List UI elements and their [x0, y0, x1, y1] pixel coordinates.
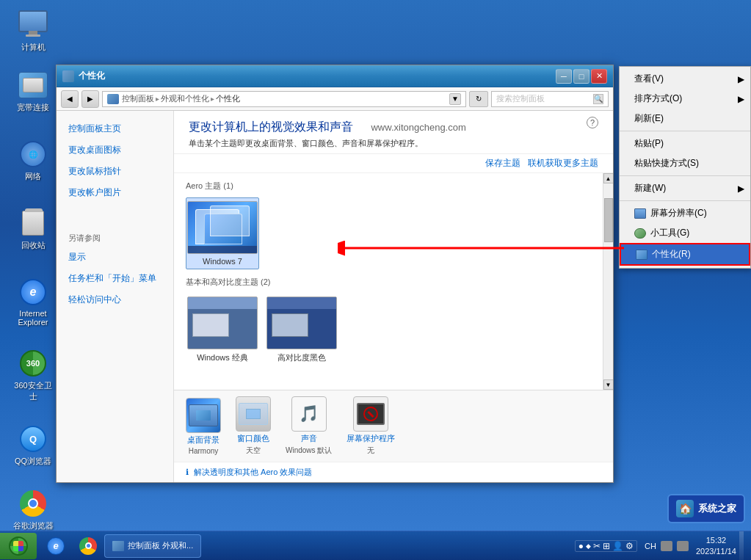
bottom-item-background[interactable]: 桌面背景 Harmony — [186, 398, 221, 455]
theme-item-basic2[interactable]: 高对比度黑色 — [265, 294, 338, 366]
address-field[interactable]: 控制面板 ▸ 外观和个性化 ▸ 个性化 ▼ — [102, 91, 466, 107]
desktop-background-icon — [186, 398, 221, 433]
vertical-scrollbar[interactable]: ▲ ▼ — [603, 173, 613, 390]
breadcrumb-home: 控制面板 — [122, 93, 154, 104]
ctx-item-sort[interactable]: 排序方式(O) ▶ — [620, 89, 750, 109]
desktop-icon-label-computer: 计算机 — [21, 42, 46, 53]
get-more-themes-link[interactable]: 联机获取更多主题 — [528, 157, 598, 170]
main-title: 更改计算机上的视觉效果和声音 www.xitongcheng.com — [189, 120, 466, 135]
windows-logo-inner — [13, 541, 23, 551]
basic-section-label: 基本和高对比度主题 (2) — [186, 277, 591, 288]
desktop-icon-computer[interactable]: 计算机 — [7, 7, 59, 56]
branding-badge: 🏠 系统之家 — [667, 494, 745, 523]
save-theme-link[interactable]: 保存主题 — [485, 157, 520, 170]
address-dropdown-button[interactable]: ▼ — [449, 93, 461, 105]
system-tray: ● ◆ ✂ ⊞ 👤 ⚙ CH 15:32 2023/11/14 — [567, 531, 751, 560]
minimize-button[interactable]: ─ — [556, 69, 572, 84]
sidebar-item-mouse-pointer[interactable]: 更改鼠标指针 — [57, 161, 173, 182]
personalize-icon — [636, 250, 647, 260]
taskbar-chrome-inner — [85, 542, 92, 549]
show-desktop-button[interactable] — [739, 531, 744, 560]
desktop-icon-label-360: 360安全卫士 — [10, 380, 56, 402]
back-button[interactable]: ◀ — [61, 90, 79, 108]
sidebar-item-ease-access[interactable]: 轻松访问中心 — [57, 289, 173, 310]
clock-time: 15:32 — [696, 535, 736, 545]
window-icon — [62, 70, 74, 82]
tray-icon-2: ✂ — [593, 541, 601, 551]
tray-icon-1: ● — [578, 541, 584, 551]
close-button[interactable]: ✕ — [591, 69, 607, 84]
tray-icon-4: 👤 — [612, 541, 623, 551]
screensaver-icon — [353, 396, 388, 432]
ctx-item-new[interactable]: 新建(W) ▶ — [620, 178, 750, 198]
taskbar-item-controlpanel[interactable]: 控制面板 外观和... — [104, 534, 201, 558]
desktop-icon-label-ie: InternetExplorer — [18, 309, 48, 327]
taskbar-pinned-chrome[interactable] — [72, 534, 104, 558]
ctx-divider-2 — [620, 175, 750, 176]
ctx-item-resolution[interactable]: 屏幕分辨率(C) — [620, 203, 750, 223]
ctx-item-paste-shortcut[interactable]: 粘贴快捷方式(S) — [620, 153, 750, 173]
sidebar-item-taskbar[interactable]: 任务栏和「开始」菜单 — [57, 268, 173, 289]
desktop-icon-chrome[interactable]: 谷歌浏览器 — [7, 486, 59, 534]
window-titlebar: 个性化 ─ □ ✕ — [57, 65, 613, 87]
forward-button[interactable]: ▶ — [81, 90, 99, 108]
aero-fix-link[interactable]: 解决透明度和其他 Aero 效果问题 — [194, 468, 312, 476]
bottom-label-screensaver: 屏幕保护程序 — [347, 433, 395, 444]
desktop: 计算机 宽带连接 🌐 网络 回收站 — [0, 0, 751, 560]
resolution-icon — [634, 208, 646, 219]
scroll-up-button[interactable]: ▲ — [603, 173, 614, 183]
sidebar-item-display[interactable]: 显示 — [57, 247, 173, 268]
window-color-icon — [236, 396, 271, 432]
help-button[interactable]: ? — [587, 117, 598, 128]
bottom-item-screensaver[interactable]: 屏幕保护程序 无 — [347, 396, 395, 456]
themes-area: Aero 主题 (1) — [174, 173, 603, 390]
desktop-icon-broadband[interactable]: 宽带连接 — [7, 68, 59, 116]
taskbar-item-cp-label: 控制面板 外观和... — [128, 540, 193, 551]
themes-grid-basic: Windows 经典 高对比度黑色 — [186, 294, 591, 366]
bottom-label-sound: 声音 — [301, 433, 317, 444]
bottom-item-color[interactable]: 窗口颜色 天空 — [236, 396, 271, 456]
bottom-bar: 桌面背景 Harmony 窗口颜色 天空 — [174, 390, 613, 462]
desktop-icon-ie[interactable]: e InternetExplorer — [7, 274, 59, 330]
tray-notification-area[interactable]: ● ◆ ✂ ⊞ 👤 ⚙ — [575, 540, 637, 552]
address-icon — [107, 94, 119, 104]
bottom-label-color: 窗口颜色 — [237, 433, 269, 444]
desktop-icon-qq[interactable]: Q QQ浏览器 — [7, 421, 59, 470]
sidebar-item-home[interactable]: 控制面板主页 — [57, 118, 173, 139]
theme-item-basic1[interactable]: Windows 经典 — [186, 294, 259, 366]
scroll-down-button[interactable]: ▼ — [603, 379, 614, 390]
ctx-item-view[interactable]: 查看(V) ▶ — [620, 69, 750, 89]
ctx-item-personalize[interactable]: 个性化(R) — [620, 243, 750, 266]
ctx-item-gadgets[interactable]: 小工具(G) — [620, 223, 750, 243]
search-icon[interactable]: 🔍 — [593, 94, 603, 104]
breadcrumb: 控制面板 ▸ 外观和个性化 ▸ 个性化 — [122, 93, 446, 104]
themes-grid-aero: Windows 7 — [186, 197, 591, 269]
desktop-icon-network[interactable]: 🌐 网络 — [7, 137, 59, 185]
theme-thumbnail-basic2 — [266, 297, 337, 349]
tray-status-area: CH — [640, 541, 693, 551]
taskbar-pinned-ie[interactable]: e — [40, 534, 72, 558]
address-bar: ◀ ▶ 控制面板 ▸ 外观和个性化 ▸ 个性化 ▼ ↻ 搜索控制面板 🔍 — [57, 87, 613, 111]
theme-item-win7[interactable]: Windows 7 — [186, 197, 259, 269]
bottom-sublabel-background: Harmony — [189, 447, 219, 455]
language-indicator: CH — [645, 542, 656, 550]
ctx-item-paste[interactable]: 粘贴(P) — [620, 134, 750, 153]
desktop-icon-label-qq: QQ浏览器 — [15, 456, 51, 467]
bottom-item-sound[interactable]: 🎵 声音 Windows 默认 — [286, 396, 332, 456]
refresh-button[interactable]: ↻ — [469, 91, 488, 107]
sidebar-item-account-picture[interactable]: 更改帐户图片 — [57, 182, 173, 203]
desktop-icons-column: 计算机 宽带连接 🌐 网络 回收站 — [7, 7, 59, 534]
ctx-item-refresh[interactable]: 刷新(E) — [620, 109, 750, 128]
tray-icon-3: ⊞ — [603, 541, 610, 551]
scroll-thumb[interactable] — [604, 198, 613, 242]
start-button[interactable] — [0, 533, 37, 559]
maximize-button[interactable]: □ — [573, 69, 589, 84]
desktop-icon-360[interactable]: 360 360安全卫士 — [7, 346, 59, 405]
taskbar: e 控制面板 外观和... ● ◆ ✂ ⊞ 👤 ⚙ — [0, 531, 751, 560]
main-subtitle: 单击某个主题即更改桌面背景、窗口颜色、声音和屏幕保护程序。 — [189, 138, 466, 149]
taskbar-clock[interactable]: 15:32 2023/11/14 — [696, 535, 736, 556]
sidebar-item-desktop-icons[interactable]: 更改桌面图标 — [57, 139, 173, 161]
theme-name-win7: Windows 7 — [203, 257, 242, 266]
desktop-icon-recycle[interactable]: 回收站 — [7, 206, 59, 254]
search-box[interactable]: 搜索控制面板 🔍 — [491, 91, 609, 107]
